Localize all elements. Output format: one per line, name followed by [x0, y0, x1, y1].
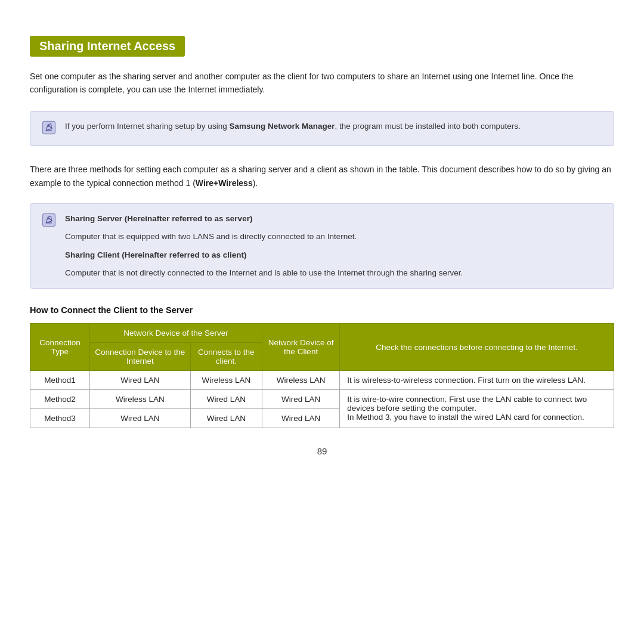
note-box-2: Sharing Server (Hereinafter referred to …	[30, 203, 614, 289]
how-to-title: How to Connect the Client to the Server	[30, 305, 614, 315]
method2-net-client: Wired LAN	[262, 390, 340, 409]
header-network-client: Network Device of the Client	[262, 324, 340, 371]
server-desc: Computer that is equipped with two LANS …	[65, 230, 463, 243]
server-title: Sharing Server (Hereinafter referred to …	[65, 214, 252, 223]
page-title: Sharing Internet Access	[30, 36, 185, 57]
page-number: 89	[30, 446, 614, 456]
header-network-server: Network Device of the Server	[90, 324, 262, 343]
table-row: Method2 Wireless LAN Wired LAN Wired LAN…	[30, 390, 614, 409]
header-connects-to: Connects to the client.	[190, 343, 262, 371]
svg-rect-3	[42, 213, 55, 226]
header-connection-type: Connection Type	[30, 324, 90, 371]
method2-3-check: It is wire-to-wire connection. First use…	[340, 390, 614, 428]
method1-net-client: Wireless LAN	[262, 371, 340, 390]
method3-net-client: Wired LAN	[262, 409, 340, 428]
svg-point-5	[48, 218, 49, 219]
svg-point-2	[48, 125, 49, 126]
note-icon-1	[41, 120, 57, 137]
intro-text: Set one computer as the sharing server a…	[30, 70, 614, 97]
method3-label: Method3	[30, 409, 90, 428]
note-1-suffix: , the program must be installed into bot…	[335, 122, 520, 131]
client-desc: Computer that is not directly connected …	[65, 267, 463, 280]
method2-label: Method2	[30, 390, 90, 409]
note-2-content: Sharing Server (Hereinafter referred to …	[65, 212, 463, 280]
method2-dev-internet: Wireless LAN	[90, 390, 191, 409]
method1-dev-internet: Wired LAN	[90, 371, 191, 390]
note-icon-2	[41, 212, 57, 230]
header-dev-internet: Connection Device to the Internet	[90, 343, 191, 371]
method1-dev-client: Wireless LAN	[190, 371, 262, 390]
note-1-prefix: If you perform Internet sharing setup by…	[65, 122, 229, 131]
header-check: Check the connections before connecting …	[340, 324, 614, 371]
note-box-1: If you perform Internet sharing setup by…	[30, 111, 614, 146]
method3-dev-client: Wired LAN	[190, 409, 262, 428]
note-1-text: If you perform Internet sharing setup by…	[65, 120, 521, 133]
method1-label: Method1	[30, 371, 90, 390]
section-text: There are three methods for setting each…	[30, 163, 614, 190]
client-title: Sharing Client (Hereinafter referred to …	[65, 250, 247, 259]
method1-check: It is wireless-to-wireless connection. F…	[340, 371, 614, 390]
method3-dev-internet: Wired LAN	[90, 409, 191, 428]
connection-table: Connection Type Network Device of the Se…	[30, 323, 614, 428]
note-1-bold: Samsung Network Manager	[229, 122, 335, 131]
method2-dev-client: Wired LAN	[190, 390, 262, 409]
table-row: Method1 Wired LAN Wireless LAN Wireless …	[30, 371, 614, 390]
svg-rect-0	[42, 121, 55, 134]
